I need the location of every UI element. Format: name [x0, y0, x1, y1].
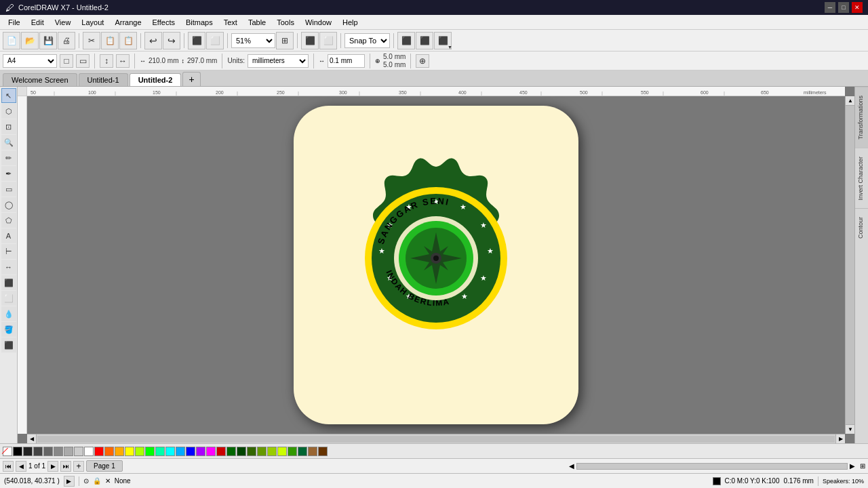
menu-file[interactable]: File — [3, 17, 26, 28]
page-last-btn[interactable]: ⏭ — [60, 461, 71, 472]
menu-table[interactable]: Table — [243, 17, 271, 28]
page-settings1[interactable]: ↕ — [100, 54, 113, 68]
drawing-surface[interactable]: ★ ★ ★ ★ ★ ★ ★ ★ ★ ★ ★ S — [27, 96, 845, 434]
swatch-dark-green1[interactable] — [226, 447, 236, 456]
new-button[interactable]: 📄 — [3, 32, 20, 49]
page-tab[interactable]: Page 1 — [86, 460, 123, 472]
menu-tools[interactable]: Tools — [271, 17, 300, 28]
nudge-input[interactable] — [328, 54, 365, 68]
page-options-button[interactable]: ⊕ — [416, 54, 429, 68]
swatch-dark-red[interactable] — [216, 447, 226, 456]
menu-bitmaps[interactable]: Bitmaps — [180, 17, 218, 28]
copy-button[interactable]: 📋 — [101, 32, 119, 49]
text-tool[interactable]: A — [1, 228, 16, 243]
save-button[interactable]: 💾 — [39, 32, 57, 49]
swatch-lime2[interactable] — [277, 447, 287, 456]
menu-edit[interactable]: Edit — [26, 17, 50, 28]
export-button[interactable]: ⬜ — [206, 32, 224, 49]
zoom-select[interactable]: 51% 25% 50% 75% 100% — [231, 33, 275, 48]
portrait-button[interactable]: □ — [60, 54, 73, 68]
swatch-magenta[interactable] — [206, 447, 216, 456]
tab-untitled1[interactable]: Untitled-1 — [79, 73, 128, 86]
menu-effects[interactable]: Effects — [147, 17, 180, 28]
swatch-gray2[interactable] — [64, 447, 73, 456]
view1-button[interactable]: ⬛ — [301, 32, 319, 49]
swatch-teal1[interactable] — [155, 447, 165, 456]
vertical-scrollbar[interactable]: ▲ ▼ — [845, 96, 854, 434]
zoom-expand-btn[interactable]: ⊞ — [860, 462, 865, 470]
page-add-btn[interactable]: + — [73, 461, 84, 472]
swatch-orange[interactable] — [104, 447, 114, 456]
ellipse-tool[interactable]: ◯ — [1, 197, 16, 212]
smart-fill[interactable]: ⬛ — [1, 338, 16, 352]
scroll-right-btn[interactable]: ▶ — [835, 434, 845, 444]
swatch-white[interactable] — [84, 447, 94, 456]
smart-draw[interactable]: ✒ — [1, 166, 16, 181]
paste-button[interactable]: 📋 — [119, 32, 137, 49]
swatch-dark2[interactable] — [33, 447, 43, 456]
swatch-dark1[interactable] — [23, 447, 33, 456]
view2-button[interactable]: ⬜ — [319, 32, 337, 49]
fill-tool[interactable]: 🪣 — [1, 322, 16, 337]
swatch-red[interactable] — [94, 447, 104, 456]
redo-button[interactable]: ↪ — [163, 32, 180, 49]
freehand-tool[interactable]: ✏ — [1, 150, 16, 165]
open-button[interactable]: 📂 — [21, 32, 39, 49]
crop-tool[interactable]: ⊡ — [1, 119, 16, 134]
swatch-forest[interactable] — [237, 447, 246, 456]
drop-shadow[interactable]: ⬛ — [1, 275, 16, 290]
right-tab-transformations[interactable]: Transformations — [855, 87, 868, 148]
distribute-button[interactable]: ⬛ — [416, 32, 433, 49]
no-fill-swatch[interactable] — [3, 447, 12, 456]
align-button[interactable]: ⬛ — [397, 32, 415, 49]
page-size-select[interactable]: A4 — [3, 54, 57, 68]
swatch-black[interactable] — [13, 447, 22, 456]
swatch-teal2[interactable] — [298, 447, 307, 456]
swatch-blue[interactable] — [186, 447, 195, 456]
menu-help[interactable]: Help — [337, 17, 363, 28]
h-scroll-bar[interactable] — [576, 463, 848, 470]
swatch-yellow[interactable] — [125, 447, 134, 456]
print-button[interactable]: 🖨 — [58, 32, 75, 49]
swatch-yellow-green[interactable] — [135, 447, 144, 456]
tab-add-button[interactable]: + — [182, 72, 200, 86]
page-first-btn[interactable]: ⏮ — [3, 461, 14, 472]
right-tab-invert-character[interactable]: Invert Character — [855, 148, 868, 209]
minimize-button[interactable]: ─ — [825, 2, 835, 13]
undo-button[interactable]: ↩ — [144, 32, 162, 49]
h-scroll-left[interactable]: ◀ — [569, 462, 574, 470]
swatch-brown1[interactable] — [308, 447, 317, 456]
swatch-lime1[interactable] — [267, 447, 277, 456]
tab-welcome[interactable]: Welcome Screen — [3, 73, 77, 86]
coords-btn[interactable]: ▶ — [64, 476, 75, 487]
import-button[interactable]: ⬛ — [188, 32, 205, 49]
scroll-down-btn[interactable]: ▼ — [846, 424, 854, 434]
units-select[interactable]: millimeters — [248, 54, 309, 68]
swatch-gray3[interactable] — [74, 447, 83, 456]
swatch-green2[interactable] — [288, 447, 297, 456]
menu-text[interactable]: Text — [218, 17, 243, 28]
menu-arrange[interactable]: Arrange — [109, 17, 146, 28]
cut-button[interactable]: ✂ — [83, 32, 100, 49]
h-scroll-right[interactable]: ▶ — [850, 462, 855, 470]
swatch-amber[interactable] — [115, 447, 124, 456]
scroll-up-btn[interactable]: ▲ — [846, 96, 854, 106]
menu-window[interactable]: Window — [300, 17, 337, 28]
swatch-purple[interactable] — [196, 447, 205, 456]
page-prev-btn[interactable]: ◀ — [16, 461, 26, 472]
page-next-btn[interactable]: ▶ — [47, 461, 58, 472]
horizontal-scrollbar[interactable]: ◀ ▶ — [27, 434, 845, 443]
fit-page-button[interactable]: ⊞ — [276, 32, 294, 49]
rect-tool[interactable]: ▭ — [1, 182, 16, 197]
shape-tool[interactable]: ⬡ — [1, 104, 16, 119]
snap-select[interactable]: Snap To — [344, 33, 390, 48]
align2-button[interactable]: ⬛▼ — [434, 32, 452, 49]
swatch-olive2[interactable] — [257, 447, 267, 456]
eyedropper[interactable]: 💧 — [1, 306, 16, 321]
maximize-button[interactable]: □ — [838, 2, 849, 13]
swatch-olive1[interactable] — [247, 447, 256, 456]
landscape-button[interactable]: ▭ — [76, 54, 90, 68]
swatch-brown2[interactable] — [318, 447, 328, 456]
swatch-light-blue[interactable] — [176, 447, 185, 456]
parallel-dim[interactable]: ⊢ — [1, 244, 16, 259]
